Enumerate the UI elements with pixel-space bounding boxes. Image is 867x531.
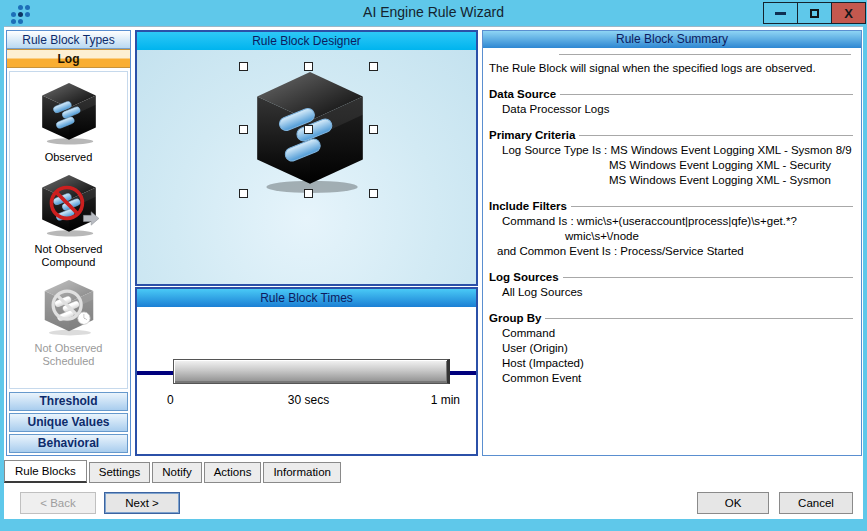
section-line: MS Windows Event Logging XML - Security [489, 158, 855, 173]
summary-section-primary-criteria: Primary Criteria Log Source Type Is : MS… [489, 128, 855, 188]
summary-section-data-source: Data Source Data Processor Logs [489, 87, 855, 117]
tab-rule-blocks[interactable]: Rule Blocks [4, 460, 87, 483]
section-line: Log Source Type Is : MS Windows Event Lo… [489, 143, 855, 158]
section-title: Group By [489, 311, 541, 326]
divider [560, 94, 853, 95]
ok-button[interactable]: OK [697, 492, 769, 514]
window-bottom-border [0, 519, 867, 531]
divider [545, 318, 853, 319]
rule-block-designer-panel: Rule Block Designer [135, 30, 478, 286]
tick-label-end: 1 min [431, 393, 460, 407]
section-line: User (Origin) [489, 341, 855, 356]
cancel-button[interactable]: Cancel [779, 492, 853, 514]
section-title: Data Source [489, 87, 556, 102]
section-line: Common Event [489, 371, 855, 386]
type-item-observed[interactable]: Observed [10, 80, 127, 164]
selection-handle[interactable] [239, 62, 248, 71]
section-title: Log Sources [489, 270, 559, 285]
window-title: AI Engine Rule Wizard [0, 4, 867, 20]
category-log-button[interactable]: Log [7, 49, 130, 68]
category-buttons: Threshold Unique Values Behavioral [9, 390, 128, 453]
section-line: wmic\s+\/node [489, 229, 855, 244]
summary-section-group-by: Group By Command User (Origin) Host (Imp… [489, 311, 855, 386]
section-line: Host (Impacted) [489, 356, 855, 371]
type-item-not-observed-scheduled: Not Observed Scheduled [10, 277, 127, 368]
type-label: Not Observed Compound [23, 243, 115, 269]
maximize-button[interactable] [797, 2, 832, 24]
divider [579, 135, 853, 136]
window-controls: X [764, 2, 866, 24]
divider [571, 206, 853, 207]
tab-information[interactable]: Information [263, 462, 341, 483]
summary-body: The Rule Block will signal when the spec… [483, 48, 861, 390]
divider [563, 277, 853, 278]
next-button[interactable]: Next > [104, 492, 180, 514]
close-button[interactable]: X [831, 2, 866, 24]
category-threshold-button[interactable]: Threshold [9, 392, 128, 411]
tab-actions[interactable]: Actions [204, 462, 262, 483]
type-label: Observed [23, 151, 115, 164]
rule-block-designer-header: Rule Block Designer [137, 32, 476, 50]
times-canvas: 0 30 secs 1 min [137, 307, 476, 454]
category-unique-values-button[interactable]: Unique Values [9, 413, 128, 432]
type-label: Not Observed Scheduled [23, 342, 115, 368]
rule-block-types-header: Rule Block Types [7, 31, 130, 49]
selection-handle[interactable] [304, 62, 313, 71]
rule-block-summary-panel: Rule Block Summary The Rule Block will s… [482, 30, 862, 456]
section-line: and Common Event Is : Process/Service St… [489, 244, 855, 259]
title-bar: AI Engine Rule Wizard X [0, 0, 867, 26]
back-button[interactable]: < Back [20, 492, 96, 514]
type-item-not-observed-compound[interactable]: Not Observed Compound [10, 172, 127, 269]
rule-block-summary-header: Rule Block Summary [483, 31, 861, 48]
minimize-button[interactable] [763, 2, 798, 24]
section-line: Command [489, 326, 855, 341]
minimize-icon [775, 12, 786, 15]
section-line: MS Windows Event Logging XML - Sysmon [489, 173, 855, 188]
selection-handle[interactable] [239, 189, 248, 198]
log-type-list: Observed Not Observed Compound [9, 71, 128, 389]
rule-block-times-panel: Rule Block Times 0 30 secs 1 min [135, 287, 478, 456]
selection-handle[interactable] [304, 125, 313, 134]
category-behavioral-button[interactable]: Behavioral [9, 434, 128, 453]
section-title: Include Filters [489, 199, 567, 214]
selection-handle[interactable] [239, 125, 248, 134]
selection-handle[interactable] [369, 125, 378, 134]
section-line: Data Processor Logs [489, 102, 855, 117]
summary-section-log-sources: Log Sources All Log Sources [489, 270, 855, 300]
ai-engine-rule-wizard-window: AI Engine Rule Wizard X Rule Block Types… [0, 0, 867, 531]
rule-block-times-header: Rule Block Times [137, 289, 476, 307]
designer-canvas[interactable] [137, 50, 476, 284]
time-range-slider[interactable] [173, 359, 450, 384]
selection-handle[interactable] [304, 189, 313, 198]
section-line: All Log Sources [489, 285, 855, 300]
section-line: Command Is : wmic\s+(useraccount|process… [489, 214, 855, 229]
maximize-icon [810, 9, 819, 18]
wizard-tabs: Rule Blocks Settings Notify Actions Info… [4, 459, 343, 483]
selection-handle[interactable] [369, 62, 378, 71]
tab-notify[interactable]: Notify [152, 462, 201, 483]
rule-block-types-panel: Rule Block Types Log Observed Not Observ… [6, 30, 131, 456]
not-observed-compound-icon [38, 172, 100, 237]
summary-section-include-filters: Include Filters Command Is : wmic\s+(use… [489, 199, 855, 259]
divider [559, 54, 851, 55]
selection-handle[interactable] [369, 189, 378, 198]
tab-settings[interactable]: Settings [89, 462, 151, 483]
section-title: Primary Criteria [489, 128, 575, 143]
not-observed-scheduled-icon [41, 277, 97, 336]
tick-label-mid: 30 secs [137, 393, 480, 407]
summary-intro: The Rule Block will signal when the spec… [489, 61, 855, 76]
observed-cube-icon [38, 80, 100, 145]
close-icon: X [844, 6, 853, 21]
